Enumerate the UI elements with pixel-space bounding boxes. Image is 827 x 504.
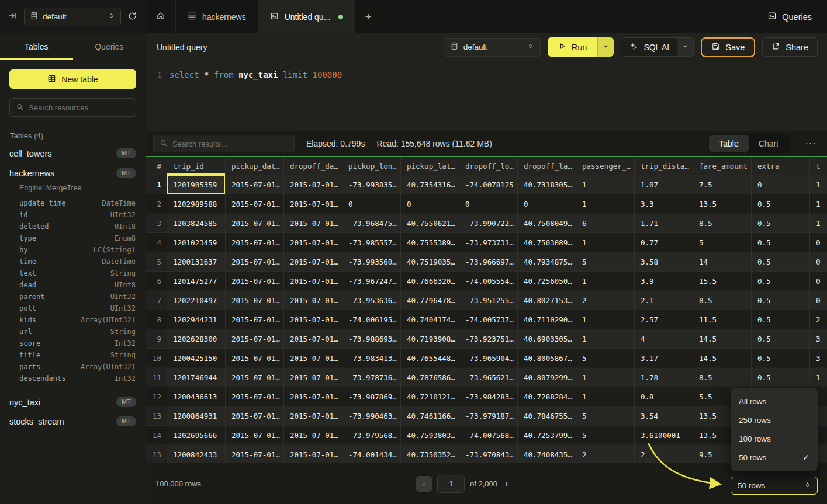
table-cell[interactable]: 0 [518,194,576,213]
table-cell[interactable]: 8.5 [693,291,752,310]
table-cell[interactable]: 40.7593803… [401,426,459,444]
table-cell[interactable]: 0 [342,194,401,213]
table-cell[interactable]: -74.001434… [342,445,401,463]
table-cell[interactable]: 0.5 [752,291,810,310]
new-table-button[interactable]: New table [9,69,136,89]
table-cell[interactable]: 2015-07-01… [284,175,342,194]
table-cell[interactable]: 5 [576,426,635,444]
page-size-select[interactable]: 50 rows [731,477,818,495]
table-cell[interactable]: 2015-07-01… [284,291,342,310]
table-cell[interactable]: -73.923751… [459,329,518,348]
table-cell[interactable]: 0 [810,291,827,310]
table-cell[interactable]: 1200842433 [167,445,226,463]
table-cell[interactable]: 40.8005867… [518,349,576,367]
table-cell[interactable]: 2015-07-01… [226,329,284,348]
table-cell[interactable]: 1 [810,214,827,232]
table-cell[interactable]: 1 [576,194,635,213]
tab-untitled-query[interactable]: Untitled qu... [258,0,356,33]
table-cell[interactable]: -73.993560… [342,252,401,271]
table-cell[interactable]: 8.5 [693,214,752,232]
table-cell[interactable]: 1201905359 [167,175,226,194]
table-cell[interactable]: 2015-07-01… [284,329,342,348]
table-cell[interactable]: 0 [810,233,827,252]
table-cell[interactable]: 13.5 [693,194,752,213]
table-cell[interactable]: 2015-07-01… [284,310,342,329]
table-cell[interactable]: -73.973731… [459,233,518,252]
table-cell[interactable]: 3.3 [635,194,693,213]
table-cell[interactable]: 40.8027153… [518,291,576,310]
table-cell[interactable]: 3 [810,349,827,367]
table-cell[interactable]: 1 [810,194,827,213]
table-cell[interactable]: 6 [576,214,635,232]
table-cell[interactable]: -74.005554… [459,272,518,290]
column-header[interactable]: dropoff_la… [518,157,576,175]
sidebar-item-stocks-stream[interactable]: stocks_stream MT [0,412,146,431]
query-database-selector[interactable]: default [444,38,541,57]
table-cell[interactable]: 2015-07-01… [226,194,284,213]
table-cell[interactable]: 3.17 [635,349,693,367]
column-header[interactable]: pickup_lon… [342,157,401,175]
table-cell[interactable]: 40.7404174… [401,310,459,329]
table-cell[interactable]: 1202210497 [167,291,226,310]
table-cell[interactable]: 5 [693,233,752,252]
table-cell[interactable]: 2015-07-01… [284,233,342,252]
sidebar-item-hackernews[interactable]: hackernews MT [0,164,146,183]
table-cell[interactable]: 40.7655448… [401,349,459,367]
sidebar-tab-queries[interactable]: Queries [73,33,146,60]
sql-ai-button[interactable]: SQL AI [621,38,677,56]
table-cell[interactable]: 2015-07-01… [226,349,284,367]
table-cell[interactable]: 40.7253799… [518,426,576,444]
table-cell[interactable]: 2015-07-01… [226,175,284,194]
table-cell[interactable]: 0 [752,175,810,194]
table-cell[interactable]: 1 [576,387,635,406]
table-cell[interactable]: 1202628300 [167,329,226,348]
table-cell[interactable]: 40.7354316… [401,175,459,194]
queries-button[interactable]: Queries [767,11,812,22]
view-toggle-table[interactable]: Table [709,135,748,152]
table-cell[interactable]: 40.7519035… [401,252,459,271]
table-cell[interactable]: 1 [576,233,635,252]
table-cell[interactable]: -73.978736… [342,368,401,387]
table-cell[interactable]: 7.5 [693,175,752,194]
table-cell[interactable]: -73.968475… [342,214,401,232]
table-cell[interactable]: 15.5 [693,272,752,290]
table-cell[interactable]: -74.005737… [459,310,518,329]
field-row[interactable]: update_timeDateTime [19,197,136,209]
table-cell[interactable]: 8.5 [693,368,752,387]
table-cell[interactable]: 2015-07-01… [284,349,342,367]
table-cell[interactable]: 2015-07-01… [226,214,284,232]
table-cell[interactable]: 3.54 [635,406,693,425]
table-cell[interactable]: 2015-07-01… [226,310,284,329]
refresh-button[interactable] [127,11,137,23]
collapse-sidebar-button[interactable] [8,11,18,22]
table-cell[interactable]: 40.7876586… [401,368,459,387]
view-toggle-chart[interactable]: Chart [749,135,788,152]
field-row[interactable]: typeEnum8 [19,232,136,244]
search-results-input[interactable] [172,140,288,148]
table-cell[interactable]: -73.987869… [342,387,401,406]
menu-item-250-rows[interactable]: 250 rows [731,411,818,429]
table-cell[interactable]: 3 [810,329,827,348]
previous-page-button[interactable]: ‹ [416,476,432,492]
table-cell[interactable]: 2 [576,291,635,310]
sidebar-database-selector[interactable]: default [24,8,121,26]
table-cell[interactable]: 1.78 [635,368,693,387]
table-cell[interactable]: 1201475277 [167,272,226,290]
save-button[interactable]: Save [701,37,755,57]
field-row[interactable]: byLC(String) [19,244,136,256]
field-row[interactable]: parentUInt32 [19,291,136,303]
table-cell[interactable]: 5 [576,252,635,271]
table-cell[interactable]: 40.7555389… [401,233,459,252]
table-cell[interactable]: 40.8079299… [518,368,576,387]
table-cell[interactable]: 1200131637 [167,252,226,271]
table-cell[interactable]: 1.07 [635,175,693,194]
table-cell[interactable]: 0.5 [752,252,810,271]
table-cell[interactable]: 2 [576,445,635,463]
table-cell[interactable]: -73.984283… [459,387,518,406]
table-cell[interactable]: 0.77 [635,233,693,252]
field-row[interactable]: textString [19,267,136,279]
table-cell[interactable]: 14 [693,252,752,271]
column-header[interactable]: trip_id [167,157,226,175]
sql-ai-options-button[interactable] [677,38,693,56]
field-row[interactable]: pollUInt32 [19,303,136,314]
